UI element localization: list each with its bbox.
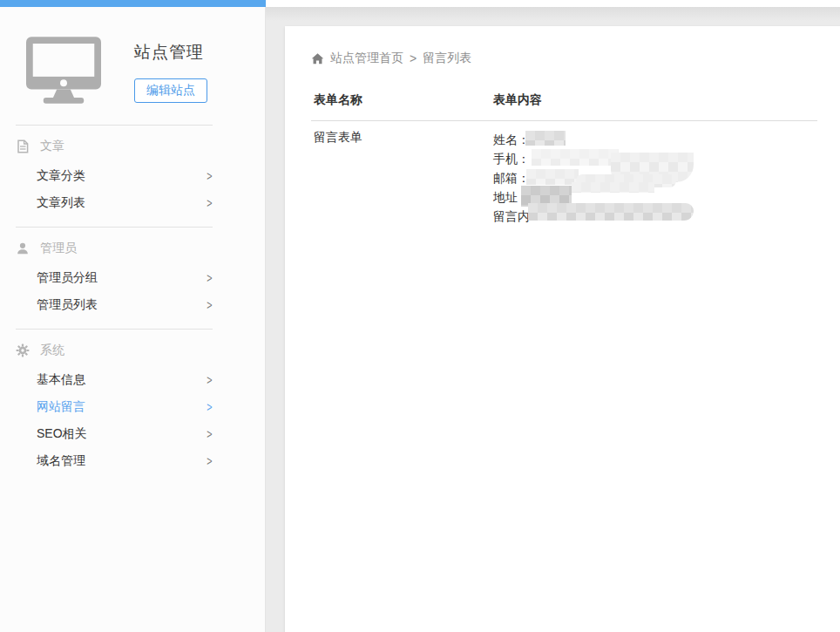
form-content-cell: 姓名： 手机： 邮箱： 地址： 留言内: [493, 130, 817, 226]
user-icon: [16, 241, 30, 255]
sidebar-section-admins: 管理员 管理员分组 > 管理员列表 >: [0, 228, 265, 329]
sidebar-section-articles: 文章 文章分类 > 文章列表 >: [0, 126, 265, 227]
sidebar-item-article-categories[interactable]: 文章分类 >: [0, 162, 265, 189]
topbar-accent: [0, 0, 266, 7]
chevron-right-icon: >: [207, 453, 212, 468]
page-title: 站点管理: [134, 41, 207, 64]
sidebar-item-label: SEO相关: [37, 426, 87, 442]
chevron-right-icon: >: [207, 426, 212, 441]
edit-site-button[interactable]: 编辑站点: [134, 78, 207, 103]
sidebar-section-system: 系统 基本信息 > 网站留言 > SEO相关 > 域名管理 >: [0, 330, 265, 485]
sidebar-item-basic-info[interactable]: 基本信息 >: [0, 366, 265, 393]
sidebar-item-label: 管理员分组: [37, 270, 98, 286]
monitor-icon: [26, 37, 101, 108]
sidebar-item-label: 文章列表: [37, 195, 85, 211]
sidebar-item-article-list[interactable]: 文章列表 >: [0, 189, 265, 216]
chevron-right-icon: >: [207, 372, 212, 387]
main-content: 站点管理首页 > 留言列表 表单名称 表单内容 留言表单 姓名： 手机： 邮箱：…: [285, 26, 840, 632]
gear-icon: [16, 343, 30, 357]
home-icon: [311, 52, 324, 65]
sidebar-item-label: 网站留言: [37, 399, 85, 415]
sidebar-item-label: 基本信息: [37, 372, 85, 388]
message-table: 表单名称 表单内容 留言表单 姓名： 手机： 邮箱： 地址： 留言内: [311, 85, 817, 226]
sidebar-item-label: 文章分类: [37, 168, 85, 184]
chevron-right-icon: >: [207, 270, 212, 285]
table-header-row: 表单名称 表单内容: [311, 85, 817, 121]
column-header-form-content: 表单内容: [491, 85, 817, 121]
sidebar-item-admin-groups[interactable]: 管理员分组 >: [0, 264, 265, 291]
breadcrumb-separator: >: [410, 51, 417, 65]
sidebar: 站点管理 编辑站点 文章 文章分类 > 文章列表 >: [0, 7, 266, 632]
sidebar-item-label: 管理员列表: [37, 297, 98, 313]
sidebar-section-label: 系统: [40, 343, 64, 358]
sidebar-section-header-admins: 管理员: [0, 233, 265, 264]
chevron-right-icon: >: [207, 168, 212, 183]
document-icon: [16, 139, 30, 153]
sidebar-section-header-system: 系统: [0, 335, 265, 366]
redacted-mosaic: [528, 203, 694, 221]
breadcrumb-home-link[interactable]: 站点管理首页: [330, 51, 403, 66]
sidebar-section-header-articles: 文章: [0, 131, 265, 162]
redacted-mosaic: [525, 131, 566, 146]
breadcrumb-current: 留言列表: [423, 51, 471, 66]
column-header-form-name: 表单名称: [311, 85, 491, 121]
chevron-right-icon: >: [207, 399, 212, 414]
redacted-mosaic: [526, 169, 579, 185]
table-row: 留言表单 姓名： 手机： 邮箱： 地址： 留言内: [311, 121, 817, 227]
sidebar-item-label: 域名管理: [37, 453, 85, 469]
redacted-mosaic: [572, 182, 654, 193]
sidebar-section-label: 管理员: [40, 241, 77, 256]
breadcrumb: 站点管理首页 > 留言列表: [311, 51, 817, 66]
sidebar-item-domain-management[interactable]: 域名管理 >: [0, 447, 265, 474]
redacted-mosaic: [532, 149, 619, 166]
sidebar-item-site-messages[interactable]: 网站留言 >: [0, 393, 265, 420]
sidebar-item-seo[interactable]: SEO相关 >: [0, 420, 265, 447]
chevron-right-icon: >: [207, 297, 212, 312]
sidebar-item-admin-list[interactable]: 管理员列表 >: [0, 291, 265, 318]
form-name-cell: 留言表单: [311, 121, 491, 227]
sidebar-section-label: 文章: [40, 139, 64, 154]
site-profile: 站点管理 编辑站点: [0, 7, 265, 125]
chevron-right-icon: >: [207, 195, 212, 210]
